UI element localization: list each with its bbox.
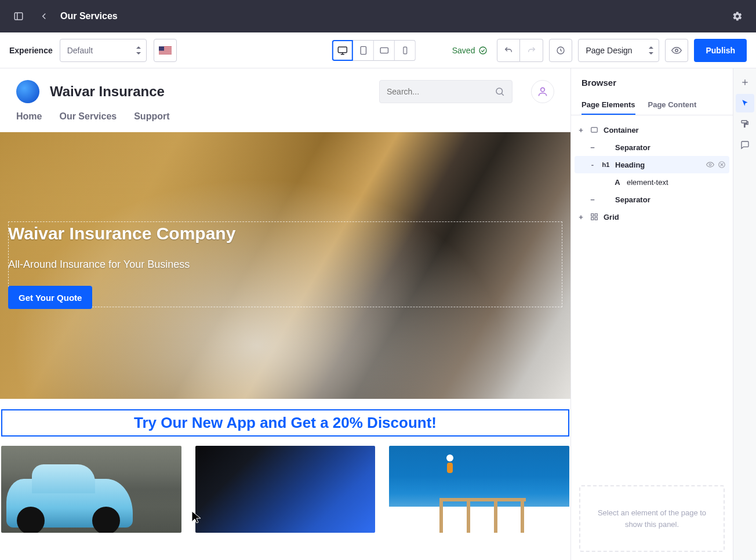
nav-support[interactable]: Support: [134, 111, 169, 122]
gear-icon[interactable]: [728, 7, 747, 26]
experience-select[interactable]: Default: [60, 39, 147, 62]
editor-toolbar: Experience Default Saved: [0, 32, 756, 68]
grid-card-1[interactable]: [1, 446, 181, 533]
properties-placeholder: Select an element of the page to show th…: [579, 485, 725, 552]
site-name: Waivar Insurance: [50, 83, 165, 100]
tree-element-text[interactable]: A element-text: [575, 173, 729, 191]
rail-comments-button[interactable]: [736, 136, 754, 154]
svg-rect-7: [159, 51, 172, 52]
device-desktop-button[interactable]: [332, 40, 353, 61]
svg-rect-30: [591, 214, 594, 216]
history-icon: [556, 46, 565, 55]
tab-page-elements[interactable]: Page Elements: [581, 96, 635, 115]
grid-section[interactable]: [0, 437, 570, 533]
grid-card-3[interactable]: [389, 446, 569, 533]
rail-browser-button[interactable]: [736, 94, 754, 112]
site-logo[interactable]: [16, 80, 39, 103]
hero-section[interactable]: Waivar Insurance Company All-Around Insu…: [0, 132, 570, 399]
visibility-icon[interactable]: [706, 161, 714, 169]
svg-point-24: [541, 88, 545, 92]
hero-cta-button[interactable]: Get Your Quote: [8, 286, 92, 309]
save-status: Saved: [452, 46, 488, 55]
site-nav: Home Our Services Support: [0, 103, 570, 132]
svg-rect-36: [742, 121, 747, 123]
redo-button[interactable]: [520, 39, 543, 62]
svg-rect-0: [14, 13, 23, 20]
tree-separator-1[interactable]: − Separator: [575, 139, 729, 156]
site-search[interactable]: [379, 80, 513, 103]
experience-value: Default: [67, 46, 93, 55]
svg-point-26: [709, 163, 711, 166]
svg-rect-10: [159, 46, 164, 51]
svg-rect-25: [591, 128, 598, 132]
svg-point-22: [496, 88, 503, 94]
right-rail: [733, 68, 756, 560]
panel-title: Browser: [581, 78, 722, 88]
user-icon: [537, 86, 548, 97]
plus-icon: [740, 78, 750, 87]
tree-container[interactable]: + Container: [575, 121, 729, 139]
tree-heading[interactable]: - h1 Heading: [575, 156, 729, 173]
rail-design-button[interactable]: [736, 115, 754, 133]
locale-button[interactable]: [154, 39, 177, 62]
svg-rect-16: [380, 48, 388, 53]
hero-title: Waivar Insurance Company: [8, 224, 235, 243]
svg-rect-32: [591, 217, 594, 220]
publish-button[interactable]: Publish: [694, 39, 747, 62]
undo-button[interactable]: [497, 39, 520, 62]
user-avatar[interactable]: [531, 80, 554, 103]
back-icon[interactable]: [35, 7, 53, 26]
undo-icon: [504, 46, 513, 55]
hero-subtitle: All-Around Insurance for Your Business: [8, 259, 235, 271]
grid-icon: [590, 213, 598, 221]
page-title: Our Services: [60, 11, 118, 21]
svg-rect-33: [595, 217, 597, 220]
svg-point-19: [479, 47, 486, 54]
comment-icon: [740, 140, 750, 150]
experience-label: Experience: [9, 46, 53, 55]
nav-home[interactable]: Home: [16, 111, 42, 122]
preview-button[interactable]: [665, 39, 688, 62]
page-mode-select[interactable]: Page Design: [578, 39, 659, 62]
rail-add-button[interactable]: [736, 73, 754, 92]
paint-roller-icon: [740, 119, 750, 129]
svg-rect-17: [403, 47, 406, 54]
promo-heading-text: Try Our New App and Get a 20% Discount!: [134, 414, 437, 431]
nav-services[interactable]: Our Services: [59, 111, 117, 122]
tab-page-content[interactable]: Page Content: [648, 96, 697, 115]
svg-rect-11: [338, 47, 347, 53]
app-topbar: Our Services: [0, 0, 756, 32]
device-preview-group: [332, 40, 416, 61]
page-canvas[interactable]: Waivar Insurance Home Our Services Suppo…: [0, 68, 570, 560]
device-tablet-landscape-button[interactable]: [374, 40, 395, 61]
check-circle-icon: [478, 46, 488, 55]
svg-point-21: [675, 49, 678, 52]
search-icon: [495, 86, 505, 97]
tree-separator-2[interactable]: − Separator: [575, 191, 729, 208]
svg-rect-31: [595, 214, 597, 216]
history-button[interactable]: [549, 39, 572, 62]
svg-rect-14: [361, 46, 366, 54]
us-flag-icon: [159, 46, 172, 54]
eye-icon: [671, 45, 682, 56]
browser-panel: Browser Page Elements Page Content + Con…: [570, 68, 733, 560]
element-tree: + Container − Separator - h1 Heading: [571, 115, 733, 231]
remove-icon[interactable]: [718, 161, 726, 169]
svg-rect-8: [159, 53, 172, 53]
grid-card-2[interactable]: [195, 446, 376, 533]
svg-line-23: [501, 93, 503, 95]
device-tablet-portrait-button[interactable]: [353, 40, 374, 61]
promo-heading-element[interactable]: Try Our New App and Get a 20% Discount!: [1, 409, 569, 437]
container-icon: [590, 126, 598, 134]
device-mobile-button[interactable]: [395, 40, 416, 61]
svg-rect-9: [159, 54, 172, 54]
selection-cursor-icon: [741, 99, 749, 107]
tree-grid[interactable]: + Grid: [575, 208, 729, 226]
panel-toggle-icon[interactable]: [9, 7, 28, 26]
search-input[interactable]: [387, 87, 490, 96]
redo-icon: [527, 46, 536, 55]
